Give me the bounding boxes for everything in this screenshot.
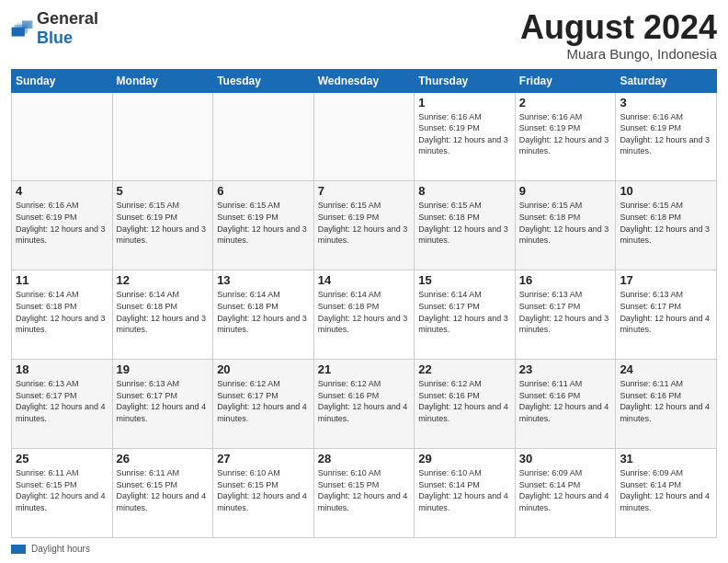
day-number: 26 [117,452,210,465]
day-number: 24 [620,362,712,376]
day-number: 31 [620,452,712,465]
logo-text: General Blue [37,9,98,48]
logo-blue: Blue [37,29,73,47]
day-number: 18 [16,362,108,376]
col-thursday: Thursday [415,69,516,92]
day-number: 15 [418,273,511,287]
week-row-5: 25Sunrise: 6:11 AMSunset: 6:15 PMDayligh… [12,449,717,538]
day-number: 17 [620,273,712,287]
table-row: 25Sunrise: 6:11 AMSunset: 6:15 PMDayligh… [12,449,113,538]
day-info: Sunrise: 6:15 AMSunset: 6:18 PMDaylight:… [620,200,712,246]
day-number: 2 [519,96,612,109]
day-number: 27 [217,452,310,465]
table-row: 16Sunrise: 6:13 AMSunset: 6:17 PMDayligh… [515,270,616,360]
table-row: 18Sunrise: 6:13 AMSunset: 6:17 PMDayligh… [12,360,113,449]
day-number: 22 [418,362,511,376]
page: General Blue August 2024 Muara Bungo, In… [0,0,728,563]
table-row: 5Sunrise: 6:15 AMSunset: 6:19 PMDaylight… [112,181,213,270]
table-row: 31Sunrise: 6:09 AMSunset: 6:14 PMDayligh… [616,449,717,538]
week-row-2: 4Sunrise: 6:16 AMSunset: 6:19 PMDaylight… [12,181,717,270]
logo: General Blue [11,9,98,48]
day-number: 8 [418,184,511,198]
calendar-header-row: Sunday Monday Tuesday Wednesday Thursday… [12,69,717,92]
table-row: 14Sunrise: 6:14 AMSunset: 6:18 PMDayligh… [313,270,415,360]
day-info: Sunrise: 6:15 AMSunset: 6:19 PMDaylight:… [318,200,411,246]
table-row [313,92,415,181]
table-row: 1Sunrise: 6:16 AMSunset: 6:19 PMDaylight… [415,92,516,181]
day-number: 13 [217,273,310,287]
day-info: Sunrise: 6:11 AMSunset: 6:15 PMDaylight:… [117,467,210,513]
day-info: Sunrise: 6:13 AMSunset: 6:17 PMDaylight:… [620,289,712,335]
table-row [112,92,213,181]
header: General Blue August 2024 Muara Bungo, In… [11,9,717,62]
day-number: 11 [16,273,108,287]
day-number: 25 [16,452,108,465]
day-number: 16 [519,273,612,287]
day-number: 6 [217,184,310,198]
day-info: Sunrise: 6:10 AMSunset: 6:15 PMDaylight:… [217,467,310,513]
col-tuesday: Tuesday [213,69,314,92]
calendar-title: August 2024 [520,9,717,46]
svg-marker-3 [22,20,32,29]
logo-icon [11,19,33,38]
table-row: 4Sunrise: 6:16 AMSunset: 6:19 PMDaylight… [12,181,113,270]
day-info: Sunrise: 6:16 AMSunset: 6:19 PMDaylight:… [418,111,511,157]
day-number: 10 [620,184,712,198]
table-row: 28Sunrise: 6:10 AMSunset: 6:15 PMDayligh… [313,449,415,538]
day-number: 9 [519,184,612,198]
table-row: 24Sunrise: 6:11 AMSunset: 6:16 PMDayligh… [616,360,717,449]
day-info: Sunrise: 6:13 AMSunset: 6:17 PMDaylight:… [16,378,108,424]
table-row: 19Sunrise: 6:13 AMSunset: 6:17 PMDayligh… [112,360,213,449]
table-row: 9Sunrise: 6:15 AMSunset: 6:18 PMDaylight… [515,181,616,270]
day-info: Sunrise: 6:14 AMSunset: 6:18 PMDaylight:… [318,289,411,335]
table-row: 23Sunrise: 6:11 AMSunset: 6:16 PMDayligh… [515,360,616,449]
table-row: 10Sunrise: 6:15 AMSunset: 6:18 PMDayligh… [616,181,717,270]
day-info: Sunrise: 6:11 AMSunset: 6:15 PMDaylight:… [16,467,108,513]
day-info: Sunrise: 6:10 AMSunset: 6:15 PMDaylight:… [318,467,411,513]
day-number: 14 [318,273,411,287]
day-info: Sunrise: 6:15 AMSunset: 6:18 PMDaylight:… [418,200,511,246]
col-friday: Friday [515,69,616,92]
calendar-location: Muara Bungo, Indonesia [520,46,717,62]
daylight-label: Daylight hours [31,544,90,554]
table-row [12,92,113,181]
day-info: Sunrise: 6:09 AMSunset: 6:14 PMDaylight:… [620,467,712,513]
day-number: 1 [418,96,511,109]
table-row: 20Sunrise: 6:12 AMSunset: 6:17 PMDayligh… [213,360,314,449]
daylight-color-swatch [11,545,26,554]
day-info: Sunrise: 6:15 AMSunset: 6:18 PMDaylight:… [519,200,612,246]
table-row: 12Sunrise: 6:14 AMSunset: 6:18 PMDayligh… [112,270,213,360]
day-info: Sunrise: 6:15 AMSunset: 6:19 PMDaylight:… [117,200,210,246]
day-info: Sunrise: 6:12 AMSunset: 6:16 PMDaylight:… [318,378,411,424]
logo-general: General [37,9,98,28]
col-wednesday: Wednesday [313,69,415,92]
table-row: 6Sunrise: 6:15 AMSunset: 6:19 PMDaylight… [213,181,314,270]
day-info: Sunrise: 6:10 AMSunset: 6:14 PMDaylight:… [418,467,511,513]
title-block: August 2024 Muara Bungo, Indonesia [520,9,717,62]
day-info: Sunrise: 6:12 AMSunset: 6:16 PMDaylight:… [418,378,511,424]
day-number: 7 [318,184,411,198]
day-info: Sunrise: 6:11 AMSunset: 6:16 PMDaylight:… [519,378,612,424]
table-row: 22Sunrise: 6:12 AMSunset: 6:16 PMDayligh… [415,360,516,449]
table-row: 27Sunrise: 6:10 AMSunset: 6:15 PMDayligh… [213,449,314,538]
table-row: 11Sunrise: 6:14 AMSunset: 6:18 PMDayligh… [12,270,113,360]
day-info: Sunrise: 6:14 AMSunset: 6:18 PMDaylight:… [217,289,310,335]
col-saturday: Saturday [616,69,717,92]
day-number: 19 [117,362,210,376]
table-row: 21Sunrise: 6:12 AMSunset: 6:16 PMDayligh… [313,360,415,449]
week-row-1: 1Sunrise: 6:16 AMSunset: 6:19 PMDaylight… [12,92,717,181]
col-monday: Monday [112,69,213,92]
table-row: 2Sunrise: 6:16 AMSunset: 6:19 PMDaylight… [515,92,616,181]
day-number: 5 [117,184,210,198]
day-number: 21 [318,362,411,376]
legend: Daylight hours [11,544,717,554]
day-number: 28 [318,452,411,465]
day-info: Sunrise: 6:14 AMSunset: 6:18 PMDaylight:… [16,289,108,335]
table-row: 3Sunrise: 6:16 AMSunset: 6:19 PMDaylight… [616,92,717,181]
svg-marker-2 [12,28,25,37]
day-info: Sunrise: 6:16 AMSunset: 6:19 PMDaylight:… [16,200,108,246]
day-info: Sunrise: 6:14 AMSunset: 6:17 PMDaylight:… [418,289,511,335]
day-info: Sunrise: 6:11 AMSunset: 6:16 PMDaylight:… [620,378,712,424]
table-row: 29Sunrise: 6:10 AMSunset: 6:14 PMDayligh… [415,449,516,538]
day-info: Sunrise: 6:16 AMSunset: 6:19 PMDaylight:… [519,111,612,157]
